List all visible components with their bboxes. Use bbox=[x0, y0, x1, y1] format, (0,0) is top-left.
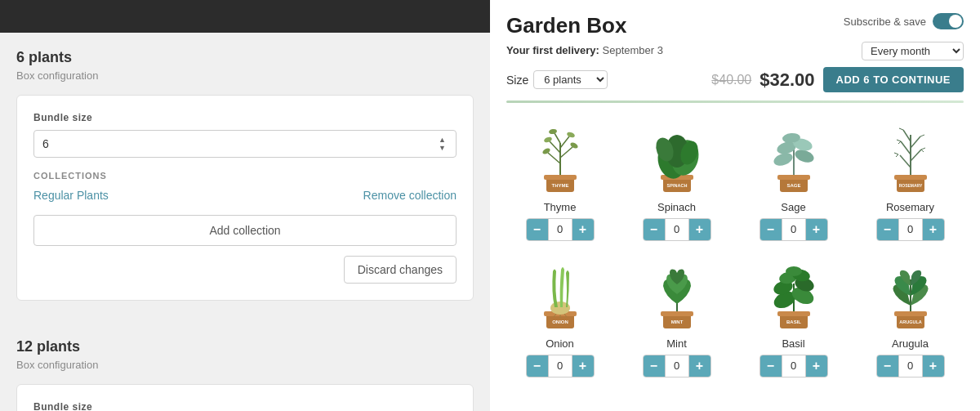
discard-btn-6[interactable]: Discard changes bbox=[344, 256, 457, 284]
qty-plus-rosemary[interactable]: + bbox=[923, 219, 944, 240]
frequency-select[interactable]: Every month Every 2 months Every 3 month… bbox=[862, 42, 964, 60]
svg-line-42 bbox=[921, 148, 925, 150]
garden-title: Garden Box bbox=[506, 13, 626, 38]
bundle-size-label-12: Bundle size bbox=[33, 401, 457, 411]
svg-line-41 bbox=[896, 154, 898, 157]
svg-rect-1 bbox=[544, 175, 577, 180]
svg-line-37 bbox=[901, 141, 911, 154]
svg-line-47 bbox=[899, 128, 903, 130]
plant-card-onion: ONION Onion − 0 + bbox=[506, 251, 613, 377]
subscribe-area: Subscribe & save bbox=[844, 13, 964, 29]
svg-text:MINT: MINT bbox=[670, 319, 683, 324]
qty-minus-spinach[interactable]: − bbox=[644, 219, 665, 240]
qty-control-mint: − 0 + bbox=[643, 355, 711, 377]
add-collection-btn-6[interactable]: Add collection bbox=[33, 215, 457, 246]
svg-line-44 bbox=[897, 140, 901, 141]
svg-line-45 bbox=[898, 141, 901, 144]
plant-name-basil: Basil bbox=[782, 337, 804, 350]
price-area: $40.00 $32.00 ADD 6 TO CONTINUE bbox=[711, 67, 964, 92]
mint-illustration: MINT bbox=[632, 251, 722, 333]
qty-minus-sage[interactable]: − bbox=[760, 219, 782, 240]
basil-illustration: BASIL bbox=[749, 251, 839, 333]
qty-plus-basil[interactable]: + bbox=[806, 355, 827, 377]
plant-card-rosemary: ROSEMARY bbox=[857, 114, 964, 241]
svg-text:ROSEMARY: ROSEMARY bbox=[898, 183, 922, 188]
svg-line-5 bbox=[560, 147, 572, 158]
svg-point-13 bbox=[548, 128, 557, 135]
subscribe-label: Subscribe & save bbox=[844, 16, 926, 28]
qty-value-sage: 0 bbox=[782, 219, 806, 240]
qty-value-thyme: 0 bbox=[548, 219, 572, 240]
collection-row-6: Regular Plants Remove collection bbox=[33, 189, 457, 202]
bundle-section-6: 6 plants Box configuration Bundle size 6… bbox=[0, 33, 490, 322]
svg-line-38 bbox=[911, 136, 920, 148]
bundle-subtitle-6: Box configuration bbox=[16, 69, 474, 82]
svg-point-69 bbox=[786, 266, 802, 276]
thyme-illustration: THYME bbox=[515, 114, 605, 196]
svg-line-8 bbox=[555, 133, 560, 143]
svg-text:SPINACH: SPINACH bbox=[666, 183, 687, 188]
right-panel: Garden Box Subscribe & save Your first d… bbox=[490, 0, 980, 411]
qty-plus-thyme[interactable]: + bbox=[572, 219, 594, 240]
add-to-continue-button[interactable]: ADD 6 TO CONTINUE bbox=[823, 67, 964, 92]
bundle-size-spinners-6: ▲ ▼ bbox=[437, 136, 448, 152]
plant-name-arugula: Arugula bbox=[892, 337, 929, 350]
plant-card-basil: BASIL Basil − 0 + bbox=[740, 251, 847, 377]
qty-value-mint: 0 bbox=[665, 355, 689, 377]
plant-card-mint: MINT Mint − 0 + bbox=[623, 251, 730, 377]
plant-name-rosemary: Rosemary bbox=[886, 201, 934, 213]
qty-minus-arugula[interactable]: − bbox=[877, 355, 898, 377]
plants-grid: THYME Thyme bbox=[506, 114, 964, 377]
size-dropdown[interactable]: 6 plants 12 plants bbox=[533, 70, 608, 89]
spinach-illustration: SPINACH bbox=[632, 114, 722, 196]
subscribe-toggle[interactable] bbox=[933, 13, 964, 29]
arugula-illustration: ARUGULA bbox=[866, 251, 956, 333]
onion-illustration: ONION bbox=[515, 251, 605, 333]
collection-link-6[interactable]: Regular Plants bbox=[33, 189, 109, 202]
qty-minus-basil[interactable]: − bbox=[760, 355, 782, 377]
bundle-size-value-6: 6 bbox=[42, 137, 49, 150]
sage-illustration: SAGE bbox=[749, 114, 839, 196]
qty-plus-sage[interactable]: + bbox=[806, 219, 827, 240]
qty-value-arugula: 0 bbox=[898, 355, 923, 377]
qty-control-arugula: − 0 + bbox=[876, 355, 945, 377]
svg-line-6 bbox=[550, 141, 560, 153]
qty-control-sage: − 0 + bbox=[760, 218, 828, 241]
qty-minus-thyme[interactable]: − bbox=[527, 219, 548, 240]
bundle-size-label-6: Bundle size bbox=[33, 112, 457, 123]
qty-control-spinach: − 0 + bbox=[643, 218, 711, 241]
bundle-size-up-6[interactable]: ▲ bbox=[437, 136, 448, 144]
svg-line-7 bbox=[560, 136, 569, 148]
rosemary-illustration: ROSEMARY bbox=[866, 114, 956, 196]
svg-rect-32 bbox=[894, 175, 927, 180]
svg-line-36 bbox=[911, 150, 921, 161]
qty-plus-spinach[interactable]: + bbox=[689, 219, 710, 240]
svg-rect-23 bbox=[777, 175, 810, 180]
bundle-title-12: 12 plants bbox=[16, 338, 474, 355]
svg-rect-71 bbox=[894, 311, 927, 316]
qty-minus-rosemary[interactable]: − bbox=[877, 219, 898, 240]
bundle-size-down-6[interactable]: ▼ bbox=[437, 144, 448, 152]
qty-plus-arugula[interactable]: + bbox=[923, 355, 944, 377]
delivery-label: Your first delivery: bbox=[506, 44, 599, 56]
plant-card-thyme: THYME Thyme bbox=[506, 114, 613, 241]
svg-line-43 bbox=[921, 150, 924, 152]
price-sale: $32.00 bbox=[760, 69, 814, 91]
qty-minus-mint[interactable]: − bbox=[644, 355, 665, 377]
remove-collection-6[interactable]: Remove collection bbox=[363, 189, 457, 202]
qty-plus-onion[interactable]: + bbox=[572, 355, 594, 377]
svg-text:ARUGULA: ARUGULA bbox=[899, 319, 922, 324]
qty-plus-mint[interactable]: + bbox=[689, 355, 710, 377]
divider bbox=[506, 101, 964, 103]
plant-name-mint: Mint bbox=[666, 337, 687, 350]
svg-line-40 bbox=[894, 153, 898, 154]
plant-name-sage: Sage bbox=[781, 201, 805, 213]
qty-value-spinach: 0 bbox=[665, 219, 689, 240]
plant-card-arugula: ARUGULA Arugula − 0 + bbox=[857, 251, 964, 377]
collections-label-6: COLLECTIONS bbox=[33, 171, 457, 181]
delivery-row: Your first delivery: September 3 bbox=[506, 44, 663, 56]
qty-minus-onion[interactable]: − bbox=[527, 355, 548, 377]
left-panel: 6 plants Box configuration Bundle size 6… bbox=[0, 0, 490, 411]
bundle-card-6: Bundle size 6 ▲ ▼ COLLECTIONS Regular Pl… bbox=[16, 95, 474, 301]
delivery-date: September 3 bbox=[603, 44, 663, 56]
